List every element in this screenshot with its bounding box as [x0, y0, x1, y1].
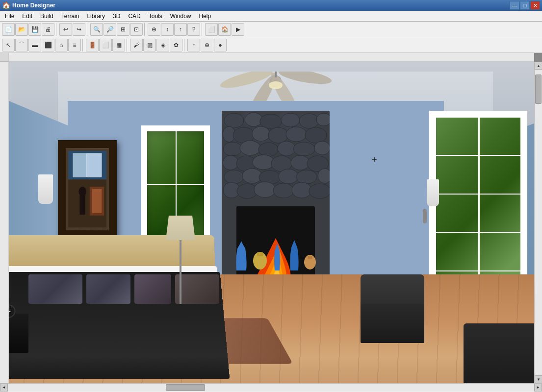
- bedside-clock: [9, 304, 16, 318]
- pillow: [86, 274, 130, 304]
- svg-point-6: [269, 81, 283, 89]
- toolbar1: 📄 📂 💾 🖨 ↩ ↪ 🔍 🔎 ⊞ ⊡ ⊕ ↕ ↑ ? ⬜ 🏠 ▶: [0, 22, 542, 37]
- svg-point-18: [286, 127, 307, 142]
- symbol-button[interactable]: ✿: [170, 39, 182, 51]
- svg-point-28: [253, 155, 274, 170]
- redo-button[interactable]: ↪: [73, 23, 85, 36]
- window-button[interactable]: ⬜: [99, 39, 112, 51]
- separator3: [144, 23, 146, 36]
- door-grid-row: [436, 195, 520, 233]
- menu-cad[interactable]: CAD: [124, 12, 144, 21]
- svg-point-40: [254, 182, 276, 197]
- menu-window[interactable]: Window: [166, 12, 195, 21]
- maximize-button[interactable]: □: [520, 1, 530, 10]
- help-pointer-button[interactable]: ?: [187, 23, 200, 36]
- up-arrow-button[interactable]: ↑: [174, 23, 187, 36]
- svg-point-26: [223, 155, 238, 170]
- pillow: [28, 274, 82, 304]
- bottom-scrollbar: ◄ ►: [0, 383, 542, 391]
- main-area: + ▲ ▼: [0, 53, 542, 383]
- menu-edit[interactable]: Edit: [18, 12, 36, 21]
- svg-point-16: [252, 126, 270, 141]
- zoom-out-button[interactable]: 🔍: [90, 23, 103, 36]
- material-button[interactable]: ◈: [156, 39, 169, 51]
- door-handle: [423, 209, 427, 223]
- svg-point-8: [224, 113, 244, 128]
- menu-bar: File Edit Build Terrain Library 3D CAD T…: [0, 11, 542, 22]
- scroll-track[interactable]: [535, 70, 542, 375]
- north-arrow-button[interactable]: ↑: [187, 39, 200, 51]
- canvas-area[interactable]: + ▲ ▼: [9, 53, 542, 383]
- walk-button[interactable]: ▶: [232, 23, 244, 36]
- svg-point-13: [316, 113, 330, 126]
- stair-button[interactable]: ▦: [112, 39, 125, 51]
- svg-point-24: [293, 142, 315, 156]
- open-button[interactable]: 📂: [15, 23, 28, 36]
- scroll-down-button[interactable]: ▼: [535, 375, 542, 383]
- right-sconce: [427, 179, 439, 206]
- undo-button[interactable]: ↩: [59, 23, 72, 36]
- zoom-in-button[interactable]: 🔎: [103, 23, 116, 36]
- minimize-button[interactable]: —: [510, 1, 519, 10]
- title-bar: 🏠 Home Designer — □ ✕: [0, 0, 542, 11]
- separator4: [202, 23, 204, 36]
- title-bar-left: 🏠 Home Designer: [2, 1, 55, 9]
- move-button[interactable]: ⊕: [201, 39, 213, 51]
- pan-button[interactable]: ⊕: [148, 23, 160, 36]
- menu-tools[interactable]: Tools: [145, 12, 166, 21]
- plan-view-button[interactable]: ⬜: [205, 23, 218, 36]
- house-button[interactable]: 🏠: [218, 23, 231, 36]
- door-button[interactable]: 🚪: [86, 39, 99, 51]
- artwork-frame: [58, 140, 117, 238]
- scroll-thumb[interactable]: [535, 74, 542, 104]
- gradient-button[interactable]: ▨: [143, 39, 156, 51]
- h-scroll-thumb[interactable]: [166, 384, 205, 391]
- svg-point-23: [278, 141, 295, 156]
- scroll-right-button[interactable]: ►: [534, 384, 542, 392]
- svg-point-19: [305, 127, 327, 143]
- menu-build[interactable]: Build: [36, 12, 57, 21]
- save-button[interactable]: 💾: [28, 23, 41, 36]
- title-bar-controls: — □ ✕: [510, 1, 540, 10]
- menu-terrain[interactable]: Terrain: [57, 12, 83, 21]
- print-button[interactable]: 🖨: [42, 23, 54, 36]
- wall-button[interactable]: ▬: [28, 39, 41, 51]
- new-button[interactable]: 📄: [2, 23, 15, 36]
- svg-point-43: [309, 184, 330, 198]
- armchair2: [464, 323, 542, 383]
- cabinet-button[interactable]: ≡: [68, 39, 81, 51]
- record-button[interactable]: ●: [214, 39, 227, 51]
- svg-point-20: [223, 142, 242, 156]
- floor-button[interactable]: ⬛: [42, 39, 54, 51]
- menu-help[interactable]: Help: [195, 12, 215, 21]
- 3d-scene: +: [9, 62, 542, 383]
- menu-library[interactable]: Library: [83, 12, 109, 21]
- ruler-corner: [0, 53, 9, 62]
- polyline-button[interactable]: ⌒: [15, 39, 28, 51]
- svg-point-37: [318, 169, 330, 183]
- toolbar2: ↖ ⌒ ▬ ⬛ ⌂ ≡ 🚪 ⬜ ▦ 🖌 ▨ ◈ ✿ ↑ ⊕ ●: [0, 37, 542, 53]
- door-grid-row: [436, 118, 520, 156]
- paint-button[interactable]: 🖌: [130, 39, 143, 51]
- svg-point-36: [296, 170, 317, 184]
- menu-file[interactable]: File: [1, 12, 18, 21]
- close-button[interactable]: ✕: [530, 1, 540, 10]
- svg-rect-56: [87, 153, 102, 177]
- scroll-left-button[interactable]: ◄: [0, 384, 8, 392]
- separator2: [87, 23, 89, 36]
- separator7: [184, 39, 186, 51]
- zoom-window-button[interactable]: ⊡: [130, 23, 143, 36]
- h-scroll-track[interactable]: [8, 384, 534, 392]
- menu-3d[interactable]: 3D: [109, 12, 124, 21]
- door-grid-row: [436, 156, 520, 194]
- select-button[interactable]: ↖: [2, 39, 15, 51]
- roof-button[interactable]: ⌂: [55, 39, 68, 51]
- svg-rect-48: [257, 252, 263, 256]
- measure-button[interactable]: ↕: [161, 23, 174, 36]
- svg-point-22: [258, 143, 278, 156]
- svg-point-41: [273, 183, 294, 198]
- zoom-fit-button[interactable]: ⊞: [117, 23, 129, 36]
- right-scrollbar: ▲ ▼: [534, 62, 542, 383]
- scroll-up-button[interactable]: ▲: [535, 62, 542, 70]
- armchair-body: [361, 304, 424, 343]
